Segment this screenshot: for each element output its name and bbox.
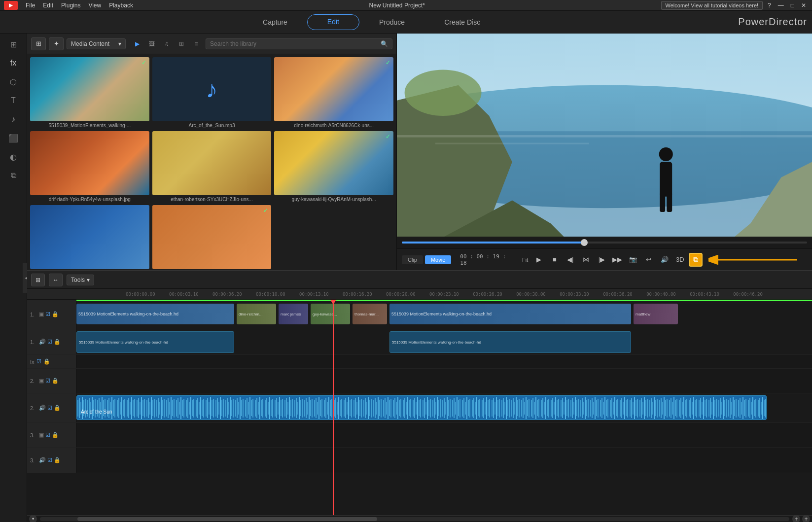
ruler-mark: 00:00:43.10 bbox=[690, 292, 719, 297]
magic-btn[interactable]: ✦ bbox=[49, 37, 64, 50]
track-lock-icon[interactable]: 🔒 bbox=[54, 405, 61, 411]
split-btn[interactable]: ⋈ bbox=[579, 253, 593, 267]
track-check-icon[interactable]: ☑ bbox=[47, 457, 52, 463]
restore-btn[interactable]: □ bbox=[789, 2, 796, 9]
video-clip[interactable]: thomas-mar... bbox=[353, 304, 387, 324]
video-clip[interactable]: dino-reichm... bbox=[237, 304, 276, 324]
track-lock-icon[interactable]: 🔒 bbox=[54, 457, 61, 463]
tab-create-disc[interactable]: Create Disc bbox=[424, 14, 500, 30]
ruler-mark: 00:00:20.00 bbox=[386, 292, 416, 297]
media-item[interactable]: ♪ Arc_of_the_Sun.mp3 bbox=[152, 57, 272, 128]
filter-audio-icon[interactable]: ♫ bbox=[160, 37, 173, 50]
track-check-icon[interactable]: ☑ bbox=[45, 378, 50, 384]
scrubber-bar[interactable] bbox=[402, 242, 807, 244]
clip-tab[interactable]: Clip bbox=[402, 255, 423, 264]
tools-dropdown[interactable]: Tools ▾ bbox=[67, 275, 94, 285]
media-item[interactable] bbox=[30, 205, 149, 270]
menu-file[interactable]: File bbox=[26, 2, 35, 9]
sidebar-icon-text[interactable]: T bbox=[3, 92, 23, 109]
stop-btn[interactable]: ■ bbox=[548, 253, 562, 267]
movie-tab[interactable]: Movie bbox=[425, 255, 451, 264]
filter-image-icon[interactable]: 🖼 bbox=[145, 37, 158, 50]
3d-btn[interactable]: 3D bbox=[673, 253, 687, 267]
media-item[interactable]: ✓ dino-reichmuth-A5rCN8626Ck-uns... bbox=[274, 57, 393, 128]
track-lock-icon[interactable]: 🔒 bbox=[54, 339, 61, 345]
video-clip[interactable]: 5515039 MotionElements walking-on-the-be… bbox=[389, 304, 631, 324]
timeline-snap-btn[interactable]: ⊞ bbox=[31, 274, 45, 286]
scroll-thumb[interactable] bbox=[77, 517, 377, 521]
tutorial-banner[interactable]: Welcome! View all tutorial videos here! bbox=[661, 1, 763, 10]
menu-edit[interactable]: Edit bbox=[43, 2, 53, 9]
play-btn[interactable]: ▶ bbox=[532, 253, 546, 267]
sidebar-icon-audio[interactable]: ♪ bbox=[3, 110, 23, 128]
video-clip[interactable]: guy-kawasa... bbox=[311, 304, 350, 324]
fx-lock-icon[interactable]: 🔒 bbox=[43, 358, 50, 365]
filter-video-icon[interactable]: ▶ bbox=[131, 37, 143, 50]
end-btn[interactable]: ▶▶ bbox=[610, 253, 624, 267]
ruler-marks: 00:00:00.00 00:00:03.10 00:00:06.20 00:0… bbox=[126, 292, 763, 297]
clip-label: matthew bbox=[635, 312, 650, 316]
sidebar-icon-color[interactable]: ⬡ bbox=[3, 73, 23, 91]
menu-playback[interactable]: Playback bbox=[109, 2, 133, 9]
zoom-in-btn[interactable]: + bbox=[802, 515, 810, 522]
check-icon: ✓ bbox=[141, 59, 146, 66]
timeline-fit-btn[interactable]: ↔ bbox=[49, 274, 63, 286]
sidebar-icon-motion[interactable]: ◐ bbox=[3, 148, 23, 166]
sidebar-icon-import[interactable]: ⊞ bbox=[3, 35, 23, 53]
media-item[interactable]: ✓ guy-kawasaki-iij-QvyRAnM-unsplash... bbox=[274, 131, 393, 202]
scrubber-handle[interactable] bbox=[581, 239, 588, 246]
track-check-icon[interactable]: ☑ bbox=[45, 311, 50, 317]
loop-btn[interactable]: ↩ bbox=[642, 253, 656, 267]
green-render-line bbox=[76, 300, 812, 301]
volume-btn[interactable]: 🔊 bbox=[658, 253, 671, 267]
timeline-scrollbar[interactable]: • + + bbox=[27, 515, 812, 522]
menu-view[interactable]: View bbox=[88, 2, 101, 9]
filter-icons: ▶ 🖼 ♫ ⊞ ≡ bbox=[131, 37, 203, 50]
tab-produce[interactable]: Produce bbox=[359, 14, 424, 30]
tab-capture[interactable]: Capture bbox=[243, 14, 307, 30]
track-lock-icon[interactable]: 🔒 bbox=[52, 311, 59, 317]
track-lock-icon[interactable]: 🔒 bbox=[52, 378, 59, 384]
track-check-icon[interactable]: ☑ bbox=[47, 339, 52, 345]
fx-check-icon[interactable]: ☑ bbox=[36, 358, 41, 365]
menu-plugins[interactable]: Plugins bbox=[61, 2, 80, 9]
prev-frame-btn[interactable]: ◀| bbox=[564, 253, 577, 267]
track-3-num: 3. bbox=[30, 432, 37, 438]
search-input[interactable] bbox=[210, 40, 378, 47]
filter-list-icon[interactable]: ≡ bbox=[190, 37, 203, 50]
sidebar-icon-fx[interactable]: fx bbox=[3, 54, 23, 72]
scroll-track[interactable] bbox=[40, 517, 789, 521]
next-frame-btn[interactable]: |▶ bbox=[595, 253, 608, 267]
audio-waveform-clip[interactable]: Arc of the Sun bbox=[76, 395, 767, 420]
scroll-start-btn[interactable]: • bbox=[29, 515, 37, 522]
svg-rect-7 bbox=[660, 162, 672, 197]
popout-btn[interactable]: ⧉ bbox=[689, 253, 703, 267]
media-item[interactable]: ✓ 5515039_MotionElements_walking-... bbox=[30, 57, 149, 128]
media-item[interactable]: ethan-robertson-SYx3UCHZJIo-uns... bbox=[152, 131, 272, 202]
video-clip[interactable]: 5515039 MotionElements walking-on-the-be… bbox=[76, 304, 234, 324]
sidebar-icon-pip[interactable]: ⧉ bbox=[3, 167, 23, 184]
track-check-icon[interactable]: ☑ bbox=[45, 432, 50, 438]
media-item[interactable]: ✓ bbox=[152, 205, 272, 270]
audio-clip[interactable]: 5515039 MotionElements walking-on-the-be… bbox=[76, 331, 234, 353]
media-type-dropdown[interactable]: Media Content ▾ bbox=[67, 38, 126, 49]
track-lock-icon[interactable]: 🔒 bbox=[52, 432, 59, 438]
track-3a-icons: 🔊 ☑ 🔒 bbox=[39, 457, 61, 463]
track-check-icon[interactable]: ☑ bbox=[47, 405, 52, 411]
video-clip[interactable]: matthew bbox=[634, 304, 678, 324]
tab-edit[interactable]: Edit bbox=[307, 14, 359, 30]
audio-clip[interactable]: 5515039 MotionElements walking-on-the-be… bbox=[389, 331, 631, 353]
ruler-mark: 00:00:03.10 bbox=[169, 292, 199, 297]
close-btn[interactable]: ✕ bbox=[799, 2, 808, 9]
snapshot-btn[interactable]: 📷 bbox=[626, 253, 640, 267]
import-btn[interactable]: ⊞ bbox=[31, 37, 46, 50]
fx-content bbox=[76, 355, 812, 368]
minimize-btn[interactable]: — bbox=[776, 2, 786, 9]
video-clip[interactable]: marc james bbox=[279, 304, 308, 324]
media-item[interactable]: drif-riadh-YpkuRn54y4w-unsplash.jpg bbox=[30, 131, 149, 202]
help-btn[interactable]: ? bbox=[766, 2, 773, 9]
sidebar-icon-transition[interactable]: ⬛ bbox=[3, 129, 23, 147]
filter-grid-icon[interactable]: ⊞ bbox=[175, 37, 188, 50]
menu-bar: ▶ File Edit Plugins View Playback New Un… bbox=[0, 0, 812, 11]
scroll-end-btn[interactable]: + bbox=[792, 515, 800, 522]
